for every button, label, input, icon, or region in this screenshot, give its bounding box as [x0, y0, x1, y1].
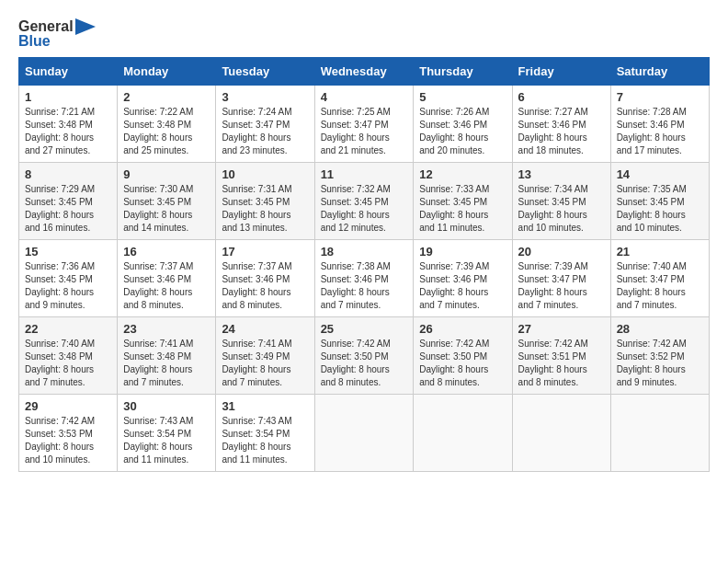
day-details: Sunrise: 7:21 AM Sunset: 3:48 PM Dayligh…	[25, 106, 111, 157]
calendar-cell: 8Sunrise: 7:29 AM Sunset: 3:45 PM Daylig…	[19, 163, 118, 240]
weekday-header: Monday	[118, 58, 216, 86]
day-details: Sunrise: 7:31 AM Sunset: 3:45 PM Dayligh…	[222, 183, 308, 235]
day-number: 11	[321, 167, 408, 181]
day-number: 10	[222, 167, 308, 181]
calendar-cell: 23Sunrise: 7:41 AM Sunset: 3:48 PM Dayli…	[118, 317, 216, 395]
calendar-cell: 6Sunrise: 7:27 AM Sunset: 3:46 PM Daylig…	[512, 86, 610, 163]
weekday-header: Tuesday	[216, 58, 314, 86]
calendar-cell: 31Sunrise: 7:43 AM Sunset: 3:54 PM Dayli…	[216, 395, 314, 472]
calendar-cell: 5Sunrise: 7:26 AM Sunset: 3:46 PM Daylig…	[414, 86, 512, 163]
calendar-cell: 11Sunrise: 7:32 AM Sunset: 3:45 PM Dayli…	[314, 163, 414, 240]
calendar-cell	[610, 395, 709, 472]
day-details: Sunrise: 7:28 AM Sunset: 3:46 PM Dayligh…	[617, 106, 703, 157]
day-number: 12	[419, 167, 506, 181]
logo: General Blue	[18, 18, 96, 50]
calendar-cell: 15Sunrise: 7:36 AM Sunset: 3:45 PM Dayli…	[19, 240, 118, 317]
day-details: Sunrise: 7:42 AM Sunset: 3:50 PM Dayligh…	[321, 338, 408, 389]
logo-arrow-icon	[75, 18, 96, 35]
calendar-cell: 13Sunrise: 7:34 AM Sunset: 3:45 PM Dayli…	[512, 163, 610, 240]
calendar-cell	[314, 395, 414, 472]
day-details: Sunrise: 7:33 AM Sunset: 3:45 PM Dayligh…	[419, 183, 506, 235]
day-number: 26	[419, 322, 506, 336]
day-number: 24	[222, 322, 308, 336]
calendar-header-row: SundayMondayTuesdayWednesdayThursdayFrid…	[19, 58, 710, 86]
day-details: Sunrise: 7:27 AM Sunset: 3:46 PM Dayligh…	[518, 106, 605, 157]
day-number: 25	[321, 322, 408, 336]
day-number: 23	[123, 322, 210, 336]
calendar-cell: 18Sunrise: 7:38 AM Sunset: 3:46 PM Dayli…	[314, 240, 414, 317]
calendar-cell: 28Sunrise: 7:42 AM Sunset: 3:52 PM Dayli…	[610, 317, 709, 395]
calendar-week-row: 15Sunrise: 7:36 AM Sunset: 3:45 PM Dayli…	[19, 240, 710, 317]
calendar-cell	[414, 395, 512, 472]
day-number: 16	[123, 245, 210, 259]
day-details: Sunrise: 7:42 AM Sunset: 3:51 PM Dayligh…	[518, 338, 605, 389]
day-details: Sunrise: 7:42 AM Sunset: 3:50 PM Dayligh…	[419, 338, 506, 389]
calendar-cell: 2Sunrise: 7:22 AM Sunset: 3:48 PM Daylig…	[118, 86, 216, 163]
calendar-cell: 9Sunrise: 7:30 AM Sunset: 3:45 PM Daylig…	[118, 163, 216, 240]
calendar-cell: 10Sunrise: 7:31 AM Sunset: 3:45 PM Dayli…	[216, 163, 314, 240]
weekday-header: Friday	[512, 58, 610, 86]
weekday-header: Wednesday	[314, 58, 414, 86]
day-number: 13	[518, 167, 605, 181]
day-number: 6	[518, 90, 605, 104]
day-details: Sunrise: 7:41 AM Sunset: 3:49 PM Dayligh…	[222, 338, 308, 389]
calendar-cell: 12Sunrise: 7:33 AM Sunset: 3:45 PM Dayli…	[414, 163, 512, 240]
svg-marker-0	[75, 18, 96, 35]
calendar-cell: 24Sunrise: 7:41 AM Sunset: 3:49 PM Dayli…	[216, 317, 314, 395]
calendar-cell: 3Sunrise: 7:24 AM Sunset: 3:47 PM Daylig…	[216, 86, 314, 163]
calendar-cell: 30Sunrise: 7:43 AM Sunset: 3:54 PM Dayli…	[118, 395, 216, 472]
day-details: Sunrise: 7:22 AM Sunset: 3:48 PM Dayligh…	[123, 106, 210, 157]
day-number: 30	[123, 399, 210, 413]
calendar-cell: 29Sunrise: 7:42 AM Sunset: 3:53 PM Dayli…	[19, 395, 118, 472]
day-details: Sunrise: 7:42 AM Sunset: 3:53 PM Dayligh…	[25, 415, 111, 466]
day-details: Sunrise: 7:40 AM Sunset: 3:47 PM Dayligh…	[617, 260, 703, 312]
calendar-cell: 7Sunrise: 7:28 AM Sunset: 3:46 PM Daylig…	[610, 86, 709, 163]
calendar-week-row: 29Sunrise: 7:42 AM Sunset: 3:53 PM Dayli…	[19, 395, 710, 472]
day-details: Sunrise: 7:24 AM Sunset: 3:47 PM Dayligh…	[222, 106, 308, 157]
day-details: Sunrise: 7:30 AM Sunset: 3:45 PM Dayligh…	[123, 183, 210, 235]
calendar-week-row: 1Sunrise: 7:21 AM Sunset: 3:48 PM Daylig…	[19, 86, 710, 163]
day-number: 28	[617, 322, 703, 336]
day-details: Sunrise: 7:36 AM Sunset: 3:45 PM Dayligh…	[25, 260, 111, 312]
day-number: 29	[25, 399, 111, 413]
calendar-cell: 17Sunrise: 7:37 AM Sunset: 3:46 PM Dayli…	[216, 240, 314, 317]
day-number: 15	[25, 245, 111, 259]
day-number: 9	[123, 167, 210, 181]
day-number: 7	[617, 90, 703, 104]
day-details: Sunrise: 7:37 AM Sunset: 3:46 PM Dayligh…	[123, 260, 210, 312]
day-details: Sunrise: 7:37 AM Sunset: 3:46 PM Dayligh…	[222, 260, 308, 312]
calendar-cell: 21Sunrise: 7:40 AM Sunset: 3:47 PM Dayli…	[610, 240, 709, 317]
day-number: 3	[222, 90, 308, 104]
calendar-cell: 20Sunrise: 7:39 AM Sunset: 3:47 PM Dayli…	[512, 240, 610, 317]
day-number: 19	[419, 245, 506, 259]
day-number: 18	[321, 245, 408, 259]
weekday-header: Sunday	[19, 58, 118, 86]
calendar-cell: 26Sunrise: 7:42 AM Sunset: 3:50 PM Dayli…	[414, 317, 512, 395]
calendar-cell: 19Sunrise: 7:39 AM Sunset: 3:46 PM Dayli…	[414, 240, 512, 317]
page-header: General Blue	[18, 18, 710, 50]
day-number: 4	[321, 90, 408, 104]
day-number: 27	[518, 322, 605, 336]
day-details: Sunrise: 7:34 AM Sunset: 3:45 PM Dayligh…	[518, 183, 605, 235]
day-details: Sunrise: 7:32 AM Sunset: 3:45 PM Dayligh…	[321, 183, 408, 235]
calendar-cell: 4Sunrise: 7:25 AM Sunset: 3:47 PM Daylig…	[314, 86, 414, 163]
day-details: Sunrise: 7:38 AM Sunset: 3:46 PM Dayligh…	[321, 260, 408, 312]
day-number: 21	[617, 245, 703, 259]
day-details: Sunrise: 7:40 AM Sunset: 3:48 PM Dayligh…	[25, 338, 111, 389]
day-number: 2	[123, 90, 210, 104]
day-number: 5	[419, 90, 506, 104]
calendar-cell: 25Sunrise: 7:42 AM Sunset: 3:50 PM Dayli…	[314, 317, 414, 395]
calendar-cell: 14Sunrise: 7:35 AM Sunset: 3:45 PM Dayli…	[610, 163, 709, 240]
day-number: 17	[222, 245, 308, 259]
calendar-cell	[512, 395, 610, 472]
day-details: Sunrise: 7:42 AM Sunset: 3:52 PM Dayligh…	[617, 338, 703, 389]
day-details: Sunrise: 7:43 AM Sunset: 3:54 PM Dayligh…	[123, 415, 210, 466]
day-number: 20	[518, 245, 605, 259]
day-details: Sunrise: 7:25 AM Sunset: 3:47 PM Dayligh…	[321, 106, 408, 157]
day-number: 1	[25, 90, 111, 104]
day-details: Sunrise: 7:26 AM Sunset: 3:46 PM Dayligh…	[419, 106, 506, 157]
calendar-cell: 16Sunrise: 7:37 AM Sunset: 3:46 PM Dayli…	[118, 240, 216, 317]
day-number: 31	[222, 399, 308, 413]
logo-blue: Blue	[18, 33, 51, 50]
day-details: Sunrise: 7:41 AM Sunset: 3:48 PM Dayligh…	[123, 338, 210, 389]
